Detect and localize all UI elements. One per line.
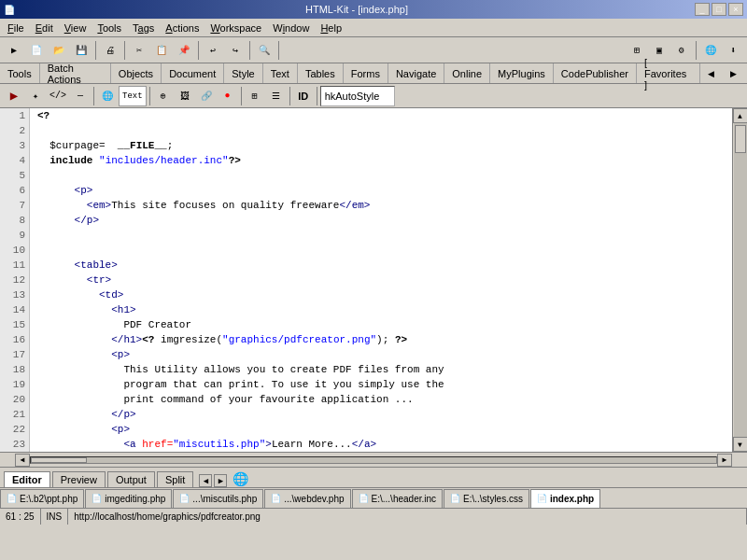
code-line-8[interactable]: </p>: [30, 213, 732, 228]
code-line-23[interactable]: <a href="miscutils.php">Learn More...</a…: [30, 437, 732, 452]
more2-btn[interactable]: ☰: [266, 86, 287, 106]
menu-view[interactable]: View: [59, 21, 92, 35]
tab-online[interactable]: Online: [444, 63, 490, 83]
run-button[interactable]: ▶: [4, 40, 24, 61]
code-line-9[interactable]: [30, 228, 732, 243]
insert-btn[interactable]: ⊕: [153, 86, 174, 106]
download-button[interactable]: ⬇: [723, 40, 743, 61]
link-btn[interactable]: 🔗: [196, 86, 217, 106]
menu-workspace[interactable]: Workspace: [204, 21, 267, 35]
horizontal-scrollbar[interactable]: ◀ ▶: [0, 452, 747, 467]
file-tab-imgediting[interactable]: 📄 imgediting.php: [85, 489, 172, 508]
scroll-up-arrow[interactable]: ▲: [733, 108, 748, 123]
menu-tools[interactable]: Tools: [92, 21, 127, 35]
code-line-15[interactable]: PDF Creator: [30, 317, 732, 332]
tab-forms[interactable]: Forms: [344, 63, 388, 83]
tab-preview[interactable]: Preview: [52, 471, 106, 487]
autostyle-dropdown[interactable]: hkAutoStyle: [320, 86, 395, 106]
h-scroll-track[interactable]: [30, 456, 717, 464]
save-button[interactable]: 💾: [71, 40, 92, 61]
file-tab-webdev[interactable]: 📄 ...\webdev.php: [264, 489, 350, 508]
menu-window[interactable]: Window: [267, 21, 315, 35]
code-line-19[interactable]: program that can print. To use it you si…: [30, 377, 732, 392]
tag-dashes[interactable]: —: [70, 86, 91, 106]
open-button[interactable]: 📂: [49, 40, 69, 61]
code-line-20[interactable]: print command of your favourite applicat…: [30, 392, 732, 407]
more-btn[interactable]: ⊞: [245, 86, 265, 106]
file-tab-styles[interactable]: 📄 E:\..\styles.css: [444, 489, 529, 508]
tab-editor[interactable]: Editor: [4, 471, 50, 487]
scroll-right-arrow[interactable]: ▶: [717, 454, 732, 467]
tab-favorites[interactable]: [ Favorites ]: [637, 63, 700, 83]
scroll-down-arrow[interactable]: ▼: [733, 437, 748, 452]
tab-nav-right[interactable]: ▶: [214, 474, 227, 487]
file-tab-miscutils[interactable]: 📄 ...\miscutils.php: [173, 489, 263, 508]
menu-help[interactable]: Help: [315, 21, 347, 35]
text-tool[interactable]: Text: [119, 86, 147, 106]
code-line-4[interactable]: include "includes/header.inc"?>: [30, 153, 732, 168]
code-line-5[interactable]: [30, 168, 732, 183]
tab-split[interactable]: Split: [157, 471, 193, 487]
scroll-left-arrow[interactable]: ◀: [15, 454, 30, 467]
browser-preview[interactable]: 🌐: [97, 86, 118, 106]
tab-scroll-right[interactable]: ▶: [723, 65, 743, 82]
tag-cursor[interactable]: ✦: [25, 86, 46, 106]
code-line-2[interactable]: [30, 123, 732, 138]
tab-tables[interactable]: Tables: [298, 63, 344, 83]
close-button[interactable]: ×: [728, 3, 743, 16]
file-tab-header[interactable]: 📄 E:\...\header.inc: [352, 489, 444, 508]
new-button[interactable]: 📄: [26, 40, 47, 61]
code-line-22[interactable]: <p>: [30, 422, 732, 437]
file-tab-index[interactable]: 📄 index.php: [530, 489, 600, 508]
code-line-12[interactable]: <tr>: [30, 273, 732, 287]
file-tab-ppt[interactable]: 📄 E:\.b2\ppt.php: [0, 489, 84, 508]
color-btn[interactable]: ●: [218, 86, 238, 106]
id-label[interactable]: ID: [293, 86, 314, 106]
tab-codepublisher[interactable]: CodePublisher: [554, 63, 637, 83]
code-line-1[interactable]: <?: [30, 108, 732, 123]
code-line-13[interactable]: <td>: [30, 287, 732, 302]
code-line-14[interactable]: <h1>: [30, 302, 732, 317]
vertical-scrollbar[interactable]: ▲ ▼: [732, 108, 747, 452]
code-line-7[interactable]: <em>This site focuses on quality freewar…: [30, 198, 732, 213]
cut-button[interactable]: ✂: [129, 40, 149, 61]
tab-nav-left[interactable]: ◀: [199, 474, 212, 487]
menu-edit[interactable]: Edit: [30, 21, 59, 35]
tab-document[interactable]: Document: [162, 63, 224, 83]
tag-arrow[interactable]: ▶: [4, 86, 24, 106]
code-line-3[interactable]: $curpage= __FILE__;: [30, 138, 732, 153]
globe-button[interactable]: 🌐: [233, 471, 248, 487]
code-editor[interactable]: <? $curpage= __FILE__; include "includes…: [30, 108, 732, 452]
tab-text[interactable]: Text: [263, 63, 298, 83]
copy-button[interactable]: 📋: [151, 40, 172, 61]
tab-tools[interactable]: Tools: [0, 63, 40, 83]
img-btn[interactable]: 🖼: [175, 86, 195, 106]
minimize-button[interactable]: _: [695, 3, 710, 16]
code-line-10[interactable]: [30, 243, 732, 258]
tab-navigate[interactable]: Navigate: [388, 63, 444, 83]
undo-button[interactable]: ↩: [203, 40, 223, 61]
menu-tags[interactable]: Tags: [127, 21, 160, 35]
code-line-16[interactable]: </h1><? imgresize("graphics/pdfcreator.p…: [30, 332, 732, 347]
h-scroll-thumb[interactable]: [31, 457, 87, 463]
code-line-11[interactable]: <table>: [30, 258, 732, 273]
tab-output[interactable]: Output: [107, 471, 155, 487]
browser-button[interactable]: 🌐: [700, 40, 721, 61]
paste-button[interactable]: 📌: [174, 40, 194, 61]
scroll-track[interactable]: [734, 123, 747, 437]
scroll-thumb[interactable]: [735, 125, 746, 153]
tab-scroll-left[interactable]: ◀: [700, 65, 721, 82]
tab-myplugins[interactable]: MyPlugins: [490, 63, 554, 83]
code-line-17[interactable]: <p>: [30, 347, 732, 362]
print-button[interactable]: 🖨: [100, 40, 120, 61]
tag-less[interactable]: </>: [47, 86, 69, 106]
code-line-6[interactable]: <p>: [30, 183, 732, 198]
menu-actions[interactable]: Actions: [160, 21, 204, 35]
maximize-button[interactable]: □: [712, 3, 726, 16]
tab-batch-actions[interactable]: Batch Actions: [40, 63, 111, 83]
code-line-18[interactable]: This Utility allows you to create PDF fi…: [30, 362, 732, 377]
tab-objects[interactable]: Objects: [111, 63, 162, 83]
tab-style[interactable]: Style: [224, 63, 262, 83]
redo-button[interactable]: ↪: [225, 40, 246, 61]
menu-file[interactable]: File: [2, 21, 30, 35]
